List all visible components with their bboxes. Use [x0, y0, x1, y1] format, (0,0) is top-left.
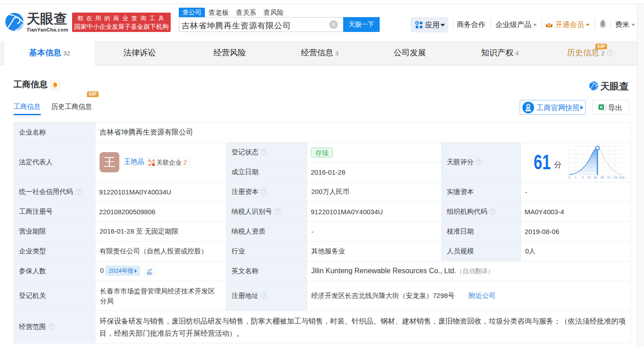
- svg-text:50: 50: [594, 176, 597, 180]
- svg-text:100: 100: [619, 176, 625, 180]
- svg-text:15: 15: [587, 176, 590, 180]
- svg-text:0: 0: [568, 176, 570, 180]
- svg-text:99: 99: [613, 176, 617, 180]
- svg-text:3: 3: [581, 176, 583, 180]
- svg-text:1: 1: [575, 176, 576, 180]
- svg-text:97: 97: [607, 176, 611, 180]
- svg-text:85: 85: [600, 176, 604, 180]
